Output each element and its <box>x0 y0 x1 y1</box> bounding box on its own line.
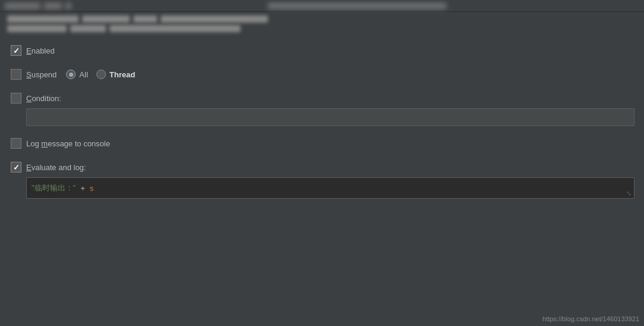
suspend-label: Suspend <box>26 70 57 79</box>
enabled-underline-e: E <box>26 46 32 55</box>
evaluate-code-string: "临时输出：" <box>32 183 76 193</box>
suspend-checkbox-container[interactable]: Suspend <box>11 69 57 80</box>
condition-input[interactable] <box>26 108 634 126</box>
evaluate-code-var: s <box>90 184 94 193</box>
condition-input-wrapper <box>26 108 633 126</box>
header-blur-2 <box>82 15 130 23</box>
suspend-label-rest: uspend <box>32 70 57 79</box>
title-blur-3 <box>65 3 71 9</box>
evaluate-label-rest: valuate and log: <box>32 163 86 172</box>
log-message-checkbox[interactable] <box>11 138 21 149</box>
enabled-row: Enabled <box>11 45 633 56</box>
condition-section: Condition: <box>11 93 633 126</box>
radio-thread-label: Thread <box>110 70 135 79</box>
radio-thread-circle[interactable] <box>96 70 106 79</box>
log-label-underline-m: m <box>41 139 48 148</box>
radio-all-label: All <box>79 70 87 79</box>
radio-group: All Thread <box>66 70 135 79</box>
evaluate-code-plus: + <box>80 184 85 193</box>
header-blur-5 <box>7 25 67 32</box>
evaluate-row: Evaluate and log: <box>11 162 633 173</box>
header-blur-7 <box>110 25 240 32</box>
radio-thread-option[interactable]: Thread <box>96 70 135 79</box>
enabled-checkbox-container[interactable]: Enabled <box>11 45 55 56</box>
condition-row: Condition: <box>11 93 633 104</box>
radio-all-option[interactable]: All <box>66 70 87 79</box>
watermark: https://blog.csdn.net/1460133921 <box>542 315 639 322</box>
log-label-l: Log <box>26 139 41 148</box>
header-blur-6 <box>70 25 106 32</box>
evaluate-input-wrapper: "临时输出：" + s ⤡ <box>26 177 633 199</box>
condition-label: Condition: <box>26 94 61 103</box>
suspend-row: Suspend All Thread <box>11 69 633 80</box>
suspend-checkbox[interactable] <box>11 69 21 80</box>
condition-underline-c: C <box>26 94 32 103</box>
header-row-2 <box>7 25 637 32</box>
suspend-underline-s: S <box>26 70 32 79</box>
condition-label-rest: ondition: <box>32 94 61 103</box>
radio-all-circle[interactable] <box>66 70 76 79</box>
evaluate-checkbox[interactable] <box>11 162 21 173</box>
log-message-row: Log message to console <box>11 138 633 149</box>
evaluate-section: Evaluate and log: "临时输出：" + s ⤡ <box>11 162 633 199</box>
log-label-rest: essage to console <box>48 139 110 148</box>
header-row-1 <box>7 15 637 23</box>
condition-checkbox[interactable] <box>11 93 21 104</box>
header-blur-4 <box>161 15 268 23</box>
evaluate-underline-e: E <box>26 163 32 172</box>
enabled-checkbox[interactable] <box>11 45 21 56</box>
title-blur-1 <box>5 3 40 9</box>
title-blur-4 <box>268 3 446 9</box>
evaluate-checkbox-container[interactable]: Evaluate and log: <box>11 162 86 173</box>
enabled-label: Enabled <box>26 46 55 55</box>
resize-handle[interactable]: ⤡ <box>626 190 632 197</box>
content-area: Enabled Suspend All Thread C <box>0 39 644 212</box>
evaluate-label: Evaluate and log: <box>26 163 86 172</box>
title-bar <box>0 0 644 12</box>
evaluate-input-box[interactable]: "临时输出：" + s ⤡ <box>26 177 634 199</box>
header-blur-3 <box>133 15 157 23</box>
header-blur-1 <box>7 15 79 23</box>
enabled-label-rest: nabled <box>32 46 55 55</box>
title-blur-2 <box>44 3 62 9</box>
log-message-checkbox-container[interactable]: Log message to console <box>11 138 110 149</box>
header-area <box>0 12 644 39</box>
log-message-label: Log message to console <box>26 139 110 148</box>
